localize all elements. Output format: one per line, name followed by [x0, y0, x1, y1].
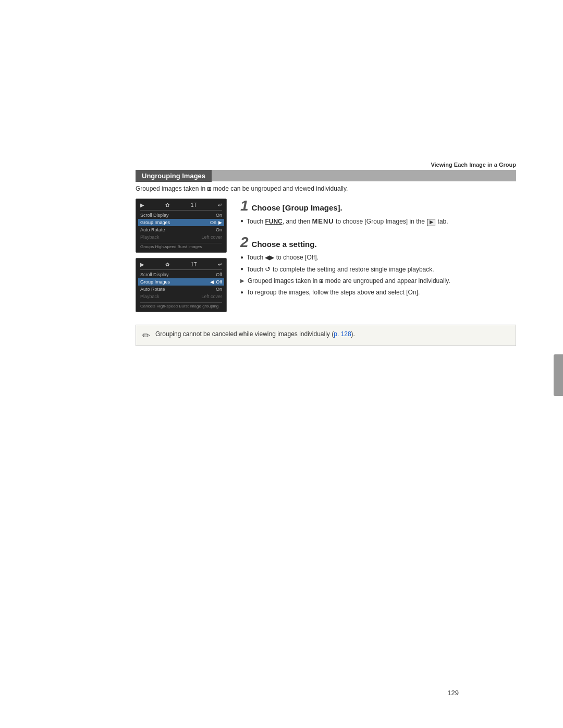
screenshot-2-left-arrow-icon: ◀ — [210, 279, 214, 285]
screenshot-2-divider — [140, 269, 222, 270]
screenshot-2-footer: Cancels High-speed Burst image grouping — [140, 302, 222, 309]
playback-tab-icon: ▶ — [427, 219, 435, 226]
step-1-title: Choose [Group Images]. — [252, 203, 342, 212]
bullet-dot-2a: ● — [240, 253, 243, 261]
step-1-block: 1 Choose [Group Images]. ● Touch FUNC, a… — [240, 199, 516, 227]
screenshot-1-back-icon: ↵ — [218, 202, 222, 208]
step-2-bullet-3-text: Grouped images taken in ⊞ mode are ungro… — [248, 276, 450, 286]
bullet-dot-2b: ● — [240, 265, 243, 273]
screenshot-1-arrow-icon: ▶ — [218, 220, 222, 225]
step-2-block: 2 Choose a setting. ● Touch ◀▶ to choose… — [240, 235, 516, 298]
page-container: Viewing Each Image in a Group Ungrouping… — [0, 0, 563, 728]
screenshot-2-row-rotate: Auto Rotate On — [140, 286, 222, 293]
screenshot-1-row-scroll: Scroll Display On — [140, 212, 222, 219]
step-2-bullet-2-text: Touch ↺ to complete the setting and rest… — [247, 264, 434, 275]
screenshot-1-1t-icon: 1T — [191, 202, 197, 208]
section-header-decoration — [212, 170, 516, 181]
step-2-bullet-2: ● Touch ↺ to complete the setting and re… — [240, 264, 516, 275]
screenshot-2-row-empty: Playback Left cover — [140, 293, 222, 300]
screenshot-2-back-icon: ↵ — [218, 262, 222, 267]
screenshot-1: ▶ ✿ 1T ↵ Scroll Display On Group Images … — [136, 199, 227, 253]
step-1-bullets: ● Touch FUNC, and then MENU to choose [G… — [240, 216, 516, 227]
screenshot-2-top-row: ▶ ✿ 1T ↵ — [140, 262, 222, 267]
note-link[interactable]: p. 128 — [334, 330, 351, 338]
step-2-bullet-4-text: To regroup the images, follow the steps … — [247, 288, 420, 297]
content-area: Viewing Each Image in a Group Ungrouping… — [136, 162, 516, 346]
page-number: 129 — [447, 689, 459, 697]
note-text: Grouping cannot be canceled while viewin… — [155, 329, 355, 339]
mode-icon: ⊞ — [207, 185, 211, 193]
right-tab — [554, 354, 563, 396]
step-2-bullet-4: ● To regroup the images, follow the step… — [240, 288, 516, 297]
bullet-dot-1: ● — [240, 217, 243, 225]
step-2-bullet-3: ▶ Grouped images taken in ⊞ mode are ung… — [240, 276, 516, 286]
screenshot-1-row-empty: Playback Left cover — [140, 233, 222, 241]
screenshot-1-flower-icon: ✿ — [165, 202, 169, 208]
section-header-bar: Ungrouping Images — [136, 170, 516, 182]
note-box: ✏ Grouping cannot be canceled while view… — [136, 325, 516, 346]
section-tab-label: Viewing Each Image in a Group — [136, 162, 516, 170]
step-1-header: 1 Choose [Group Images]. — [240, 199, 516, 213]
bullet-dot-2d: ● — [240, 288, 243, 296]
back-arrow-icon: ↺ — [265, 265, 273, 273]
note-pencil-icon: ✏ — [142, 330, 150, 341]
screenshot-1-footer: Groups High-speed Burst images — [140, 243, 222, 249]
menu-text: MENU — [312, 217, 334, 225]
screenshots-column: ▶ ✿ 1T ↵ Scroll Display On Group Images … — [136, 199, 232, 317]
step-1-bullet-1: ● Touch FUNC, and then MENU to choose [G… — [240, 216, 516, 227]
screenshot-1-divider — [140, 210, 222, 211]
screenshot-1-top-row: ▶ ✿ 1T ↵ — [140, 202, 222, 208]
bullet-arrow-3: ▶ — [240, 277, 244, 285]
screenshot-1-row-group: Group Images On ▶ — [138, 219, 224, 226]
screenshot-2-row-group: Group Images ◀ Off — [138, 278, 224, 286]
screenshot-2-play-icon: ▶ — [140, 262, 144, 267]
screenshot-2-flower-icon: ✿ — [165, 262, 169, 267]
screenshot-2: ▶ ✿ 1T ↵ Scroll Display Off Group Images… — [136, 258, 227, 312]
step-2-bullet-1-text: Touch ◀▶ to choose [Off]. — [247, 253, 319, 262]
step-2-bullets: ● Touch ◀▶ to choose [Off]. ● Touch ↺ to… — [240, 253, 516, 298]
steps-column: 1 Choose [Group Images]. ● Touch FUNC, a… — [232, 199, 516, 317]
step-1-number: 1 — [240, 199, 249, 213]
step-2-title: Choose a setting. — [252, 240, 317, 249]
steps-area: ▶ ✿ 1T ↵ Scroll Display On Group Images … — [136, 199, 516, 317]
func-text: FUNC — [265, 218, 282, 225]
step-2-number: 2 — [240, 235, 249, 250]
step-1-bullet-1-text: Touch FUNC, and then MENU to choose [Gro… — [247, 216, 448, 227]
mode-icon-2: ⊞ — [319, 277, 323, 285]
step-2-bullet-1: ● Touch ◀▶ to choose [Off]. — [240, 253, 516, 262]
section-title: Ungrouping Images — [136, 170, 212, 182]
section-description: Grouped images taken in ⊞ mode can be un… — [136, 184, 516, 193]
screenshot-2-row-scroll: Scroll Display Off — [140, 271, 222, 278]
screenshot-1-play-icon: ▶ — [140, 202, 144, 208]
step-2-header: 2 Choose a setting. — [240, 235, 516, 250]
screenshot-1-row-rotate: Auto Rotate On — [140, 226, 222, 233]
screenshot-2-1t-icon: 1T — [191, 262, 197, 267]
